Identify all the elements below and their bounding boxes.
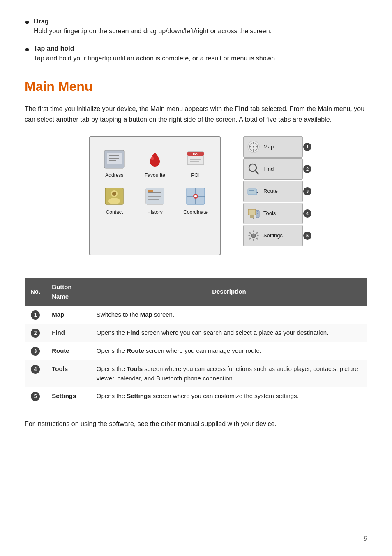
contact-icon <box>103 185 126 207</box>
device-icon-favourite: Favourite <box>135 145 175 182</box>
tab-route-number: 3 <box>303 187 311 195</box>
diagram-container: Address Favourite <box>89 136 303 264</box>
row-2-name: Find <box>46 324 91 342</box>
side-tabs: Map 1 Find 2 <box>243 136 303 246</box>
diagram-wrapper: Address Favourite <box>25 136 367 264</box>
col-header-name: Button Name <box>46 278 91 306</box>
bullet-taphold: ● Tap and hold Tap and hold your fingert… <box>25 44 367 63</box>
device-icon-coordinate: Coordinate <box>175 182 216 219</box>
history-icon <box>143 185 166 207</box>
coordinate-label: Coordinate <box>183 208 208 216</box>
row-4-desc: Opens the Tools screen where you can acc… <box>91 360 367 387</box>
tab-find-number: 2 <box>303 165 311 173</box>
bullets-section: ● Drag Hold your fingertip on the screen… <box>25 16 367 63</box>
bullet-title-drag: Drag <box>34 18 48 25</box>
tab-route-label: Route <box>263 187 278 195</box>
table-row: 1 Map Switches to the Map screen. <box>25 306 367 324</box>
svg-rect-40 <box>256 210 259 218</box>
tab-find[interactable]: Find 2 <box>243 158 303 180</box>
row-3-number: 3 <box>25 342 46 360</box>
row-3-desc: Opens the Route screen where you can man… <box>91 342 367 360</box>
table-row: 3 Route Opens the Route screen where you… <box>25 342 367 360</box>
svg-point-43 <box>251 234 256 238</box>
tab-route[interactable]: Route 3 <box>243 181 303 202</box>
device-icon-history: History <box>135 182 175 219</box>
svg-point-14 <box>112 192 116 196</box>
history-label: History <box>147 208 162 216</box>
row-4-name: Tools <box>46 360 91 387</box>
tab-tools[interactable]: Tools 4 <box>243 203 303 224</box>
svg-point-23 <box>194 195 197 197</box>
bottom-divider <box>25 446 367 446</box>
device-icon-address: Address <box>94 145 135 182</box>
section-title: Main Menu <box>25 76 367 96</box>
coordinate-icon <box>184 185 207 207</box>
bullet-text-taphold: Tap and hold your fingertip until an act… <box>34 55 277 62</box>
device-icon-contact: Contact <box>94 182 135 219</box>
svg-point-5 <box>151 156 154 160</box>
row-4-number: 4 <box>25 360 46 387</box>
row-5-name: Settings <box>46 387 91 405</box>
table-header-row: No. Button Name Description <box>25 278 367 306</box>
col-header-no: No. <box>25 278 46 306</box>
tab-tools-number: 4 <box>303 209 311 218</box>
device-icons-grid: Address Favourite <box>90 137 220 223</box>
bullet-content-taphold: Tap and hold Tap and hold your fingertip… <box>34 44 277 63</box>
row-3-name: Route <box>46 342 91 360</box>
row-2-number: 2 <box>25 324 46 342</box>
row-5-desc: Opens the Settings screen where you can … <box>91 387 367 405</box>
settings-tab-icon <box>247 229 260 242</box>
address-icon <box>103 148 126 170</box>
footer-text: For instructions on using the software, … <box>25 419 367 429</box>
bullet-dot-taphold: ● <box>25 44 30 63</box>
find-tab-icon <box>247 162 260 176</box>
svg-point-13 <box>108 198 120 204</box>
col-header-desc: Description <box>91 278 367 306</box>
favourite-label: Favourite <box>145 171 165 179</box>
device-screen: Address Favourite <box>89 136 221 255</box>
row-5-number: 5 <box>25 387 46 405</box>
number-badge-1: 1 <box>31 310 40 320</box>
favourite-icon <box>143 148 166 170</box>
table-row: 2 Find Opens the Find screen where you c… <box>25 324 367 342</box>
device-icon-poi: POI POI <box>175 145 216 182</box>
svg-point-26 <box>253 146 254 148</box>
tab-settings[interactable]: Settings 5 <box>243 225 303 246</box>
row-2-desc: Opens the Find screen where you can sear… <box>91 324 367 342</box>
intro-text: The first time you initialize your devic… <box>25 104 367 125</box>
number-badge-2: 2 <box>31 329 40 338</box>
tab-map-label: Map <box>263 143 274 151</box>
tools-tab-icon <box>247 207 260 220</box>
number-badge-3: 3 <box>31 347 40 356</box>
tab-tools-label: Tools <box>263 209 276 218</box>
row-1-desc: Switches to the Map screen. <box>91 306 367 324</box>
bullet-drag: ● Drag Hold your fingertip on the screen… <box>25 16 367 36</box>
button-table: No. Button Name Description 1 Map Switch… <box>25 278 367 405</box>
row-1-name: Map <box>46 306 91 324</box>
bullet-title-taphold: Tap and hold <box>34 45 74 52</box>
bullet-content-drag: Drag Hold your fingertip on the screen a… <box>34 16 272 36</box>
svg-line-32 <box>255 171 258 174</box>
contact-label: Contact <box>106 208 123 216</box>
table-row: 5 Settings Opens the Settings screen whe… <box>25 387 367 405</box>
poi-icon: POI <box>184 148 207 170</box>
tab-find-label: Find <box>263 165 274 173</box>
tab-settings-number: 5 <box>303 232 311 240</box>
address-label: Address <box>105 171 123 179</box>
row-1-number: 1 <box>25 306 46 324</box>
svg-rect-36 <box>248 209 256 215</box>
bullet-text-drag: Hold your fingertip on the screen and dr… <box>34 28 272 35</box>
table-row: 4 Tools Opens the Tools screen where you… <box>25 360 367 387</box>
svg-text:POI: POI <box>193 153 198 156</box>
poi-label: POI <box>191 171 200 179</box>
route-tab-icon <box>247 185 260 198</box>
map-tab-icon <box>247 140 260 153</box>
bullet-dot-drag: ● <box>25 16 30 36</box>
svg-rect-37 <box>250 215 254 218</box>
tab-map-number: 1 <box>303 143 311 151</box>
tab-map[interactable]: Map 1 <box>243 136 303 158</box>
tab-settings-label: Settings <box>263 232 283 240</box>
number-badge-4: 4 <box>31 365 40 374</box>
number-badge-5: 5 <box>31 392 40 401</box>
